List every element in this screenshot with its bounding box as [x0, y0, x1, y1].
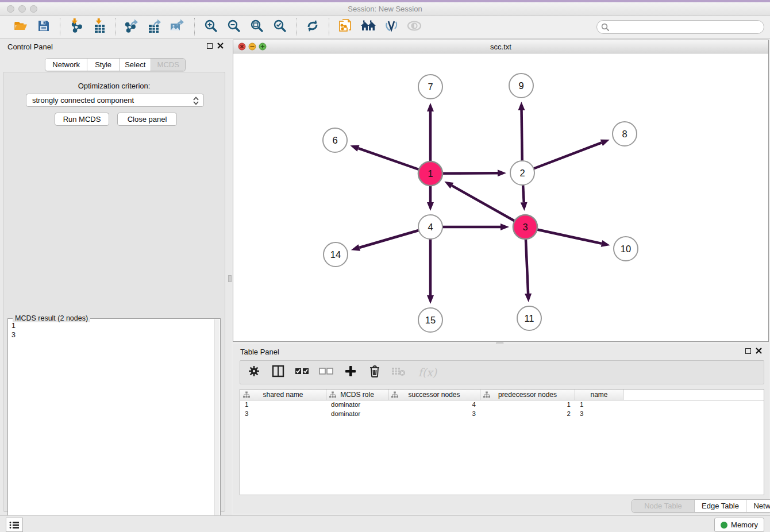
graph-node-label-6: 6	[332, 135, 337, 145]
export-table-button[interactable]	[144, 18, 167, 36]
graph-arrowhead-2-8	[600, 140, 610, 146]
network-from-selection-icon	[338, 18, 353, 36]
graph-node-label-15: 15	[425, 315, 436, 325]
export-network-button[interactable]	[121, 18, 144, 36]
application-window: Session: New Session Control Panel Netwo…	[0, 0, 770, 532]
open-session-icon	[13, 18, 28, 36]
network-view-window: scc.txt 7968124314101511	[233, 40, 769, 342]
graph-arrowhead-3-11	[525, 294, 532, 302]
import-table-button[interactable]	[88, 18, 111, 36]
table-float-panel-icon[interactable]	[745, 348, 751, 354]
column-type-icon	[391, 391, 398, 400]
graph-node-label-8: 8	[622, 129, 627, 139]
create-column-button[interactable]	[342, 364, 359, 380]
zoom-selected-icon	[272, 18, 287, 36]
table-cell[interactable]: dominator	[326, 410, 388, 419]
close-panel-icon[interactable]	[217, 43, 224, 49]
unselect-all-columns-button[interactable]	[318, 364, 334, 380]
mcds-result-box: MCDS result (2 nodes) 1 3	[7, 318, 221, 532]
apply-layout-button[interactable]	[301, 18, 324, 36]
list-icon	[9, 521, 20, 529]
graph-arrowhead-2-3	[521, 202, 528, 211]
mcds-result-text[interactable]: 1 3	[11, 321, 16, 340]
table-tabs: Node TableEdge TableNetwork TableMotifs	[632, 499, 770, 512]
zoom-fit-button[interactable]	[245, 18, 268, 36]
vertical-splitter[interactable]	[228, 39, 232, 515]
tab-mcds[interactable]: MCDS	[151, 59, 185, 71]
export-network-icon	[124, 18, 141, 36]
table-close-panel-icon[interactable]	[756, 348, 762, 354]
network-canvas[interactable]: 7968124314101511	[233, 53, 768, 341]
table-cell[interactable]: dominator	[326, 400, 388, 410]
zoom-out-icon	[226, 18, 241, 36]
tab-node-table[interactable]: Node Table	[632, 500, 694, 512]
graph-arrowhead-2-9	[518, 102, 525, 110]
table-cell[interactable]: 4	[388, 400, 480, 410]
zoom-in-button[interactable]	[199, 18, 222, 36]
table-cell[interactable]: 2	[480, 410, 575, 419]
zoom-fit-icon	[249, 18, 264, 36]
tab-select[interactable]: Select	[119, 59, 151, 71]
open-session-button[interactable]	[9, 18, 32, 36]
delete-columns-icon	[369, 365, 380, 380]
titlebar: Session: New Session	[0, 2, 770, 16]
mcds-tab-content: Optimization criterion: strongly connect…	[3, 72, 225, 512]
cyndex-icon	[384, 18, 399, 36]
select-all-columns-button[interactable]	[294, 364, 310, 380]
tab-style[interactable]: Style	[87, 59, 119, 71]
graph-node-label-2: 2	[519, 168, 525, 178]
graph-edge-2-8[interactable]	[522, 142, 602, 173]
search-input[interactable]	[596, 20, 764, 34]
run-mcds-button[interactable]: Run MCDS	[55, 113, 109, 126]
table-cell[interactable]: 3	[240, 410, 326, 419]
network-from-selection-button[interactable]	[334, 18, 357, 36]
column-header-shared-name[interactable]: shared name	[240, 390, 326, 400]
status-bar: Memory	[0, 515, 770, 532]
tab-network[interactable]: Network	[45, 59, 87, 71]
home-icon	[360, 18, 377, 36]
task-history-button[interactable]	[6, 518, 23, 532]
cyndex-button[interactable]	[380, 18, 403, 36]
show-columns-button[interactable]	[270, 364, 286, 380]
main-toolbar	[0, 16, 770, 38]
table-row[interactable]: 1dominator411	[240, 400, 764, 410]
criterion-select[interactable]: strongly connected component	[26, 94, 204, 107]
search-box	[596, 20, 764, 34]
table-cell[interactable]: 3	[388, 410, 480, 419]
table-row[interactable]: 3dominator323	[240, 410, 764, 419]
optimization-criterion-label: Optimization criterion:	[3, 82, 225, 90]
table-cell[interactable]: 3	[575, 410, 623, 419]
home-button[interactable]	[357, 18, 380, 36]
tab-edge-table[interactable]: Edge Table	[694, 500, 746, 512]
column-header-successor-nodes[interactable]: successor nodes	[388, 390, 480, 400]
apply-layout-icon	[305, 18, 320, 36]
import-network-button[interactable]	[65, 18, 88, 36]
tab-network-table[interactable]: Network Table	[746, 500, 770, 512]
column-header-predecessor-nodes[interactable]: predecessor nodes	[480, 390, 575, 400]
zoom-out-button[interactable]	[222, 18, 245, 36]
column-header-MCDS-role[interactable]: MCDS role	[326, 390, 388, 400]
import-network-icon	[68, 18, 85, 36]
search-icon	[601, 23, 609, 33]
save-session-button[interactable]	[32, 18, 55, 36]
table-cell[interactable]: 1	[240, 400, 326, 410]
memory-button[interactable]: Memory	[714, 518, 764, 532]
mcds-result-title: MCDS result (2 nodes)	[13, 314, 90, 322]
export-image-button[interactable]	[167, 18, 190, 36]
close-panel-button[interactable]: Close panel	[117, 113, 177, 126]
float-panel-icon[interactable]	[207, 43, 213, 49]
column-type-icon	[483, 391, 490, 400]
delete-columns-button[interactable]	[367, 364, 383, 380]
show-columns-icon	[272, 365, 284, 380]
column-settings-button[interactable]	[246, 364, 262, 380]
column-header-name[interactable]: name	[575, 390, 623, 400]
unselect-all-columns-icon	[319, 367, 334, 378]
result-scrollbar[interactable]	[214, 319, 220, 532]
zoom-in-icon	[203, 18, 218, 36]
zoom-selected-button[interactable]	[268, 18, 291, 36]
table-panel: Table Panel f(x) shared nameMCDS rolesuc…	[233, 344, 769, 514]
graph-node-label-1: 1	[428, 168, 433, 179]
network-window-titlebar[interactable]: scc.txt	[233, 40, 768, 53]
table-cell[interactable]: 1	[575, 400, 623, 410]
table-cell[interactable]: 1	[480, 400, 575, 410]
